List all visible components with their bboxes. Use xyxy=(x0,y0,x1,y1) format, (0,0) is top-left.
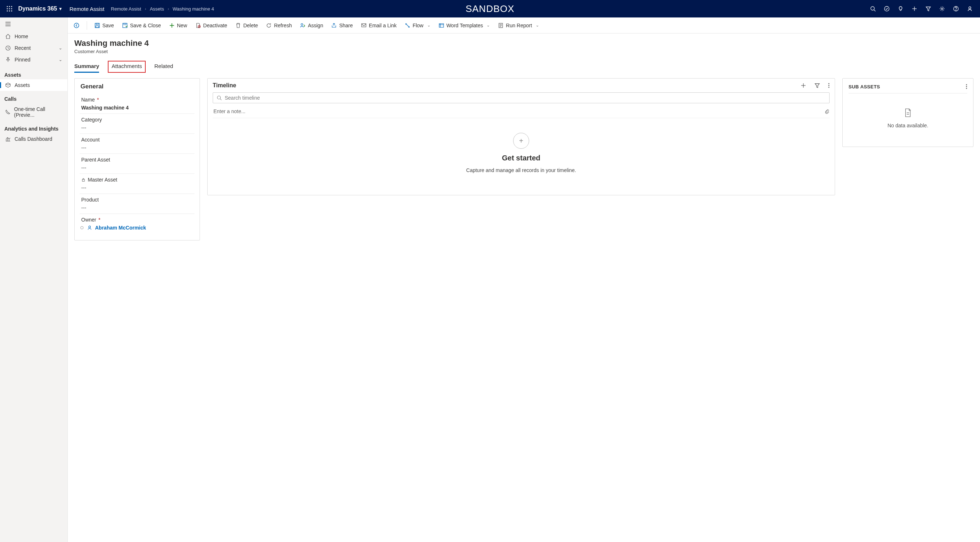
page-subtitle: Customer Asset xyxy=(74,49,974,54)
plus-circle-icon[interactable]: + xyxy=(513,133,529,149)
separator xyxy=(87,21,87,30)
field-value: --- xyxy=(80,163,194,171)
svg-point-50 xyxy=(829,83,830,84)
field-label: Owner xyxy=(81,217,96,223)
command-label: New xyxy=(177,22,187,29)
help-icon[interactable] xyxy=(952,5,959,13)
plus-icon[interactable] xyxy=(911,5,918,13)
filter-icon[interactable] xyxy=(924,5,932,13)
sidebar-group-analytics: Analytics and Insights xyxy=(0,121,67,133)
command-label: Deactivate xyxy=(203,22,227,29)
field-label: Account xyxy=(81,137,100,143)
command-label: Assign xyxy=(308,22,323,29)
word-templates-button[interactable]: Word Templates ⌄ xyxy=(438,21,491,30)
main-region: Save Save & Close New Deactivate Delete … xyxy=(68,17,980,542)
timeline-more-button[interactable] xyxy=(828,82,830,89)
breadcrumb-current[interactable]: Washing machine 4 xyxy=(173,6,214,12)
no-data-label: No data available. xyxy=(888,123,928,128)
svg-point-1 xyxy=(9,6,10,7)
svg-rect-38 xyxy=(439,24,444,27)
svg-point-6 xyxy=(7,11,8,12)
search-icon xyxy=(217,95,222,100)
tab-related[interactable]: Related xyxy=(154,61,173,73)
field-value: --- xyxy=(80,123,194,131)
timeline-empty-subtitle: Capture and manage all records in your t… xyxy=(466,167,576,173)
chevron-down-icon: ▾ xyxy=(59,6,62,11)
sidebar-item-recent[interactable]: Recent ⌄ xyxy=(0,42,67,54)
delete-button[interactable]: Delete xyxy=(234,21,259,30)
required-icon: * xyxy=(98,217,100,223)
svg-rect-28 xyxy=(96,26,99,28)
presence-icon xyxy=(80,225,84,230)
general-title: General xyxy=(75,79,200,94)
flow-button[interactable]: Flow ⌄ xyxy=(404,21,431,30)
task-icon[interactable] xyxy=(883,5,891,13)
back-button[interactable] xyxy=(73,21,80,30)
page-header: Washing machine 4 Customer Asset xyxy=(74,38,974,54)
new-button[interactable]: New xyxy=(168,21,188,30)
save-close-button[interactable]: Save & Close xyxy=(121,21,162,30)
sidebar-item-pinned[interactable]: Pinned ⌄ xyxy=(0,54,67,65)
run-report-button[interactable]: Run Report ⌄ xyxy=(497,21,540,30)
brand[interactable]: Dynamics 365 ▾ xyxy=(18,5,62,12)
search-icon[interactable] xyxy=(869,5,877,13)
sidebar-item-home[interactable]: Home xyxy=(0,30,67,42)
person-icon[interactable] xyxy=(966,5,974,13)
field-owner[interactable]: Owner* Abraham McCormick xyxy=(80,214,194,233)
field-name[interactable]: Name* Washing machine 4 xyxy=(80,94,194,114)
svg-rect-45 xyxy=(82,179,84,181)
command-label: Delete xyxy=(243,22,258,29)
tab-summary[interactable]: Summary xyxy=(74,61,99,73)
sidebar-item-calls-dashboard[interactable]: Calls Dashboard xyxy=(0,133,67,145)
timeline-empty-state: + Get started Capture and manage all rec… xyxy=(208,118,835,195)
timeline-search-input[interactable] xyxy=(225,95,826,101)
share-button[interactable]: Share xyxy=(330,21,353,30)
sidebar-toggle[interactable] xyxy=(0,17,67,29)
field-product[interactable]: Product --- xyxy=(80,194,194,214)
command-label: Save xyxy=(102,22,114,29)
breadcrumb-assets[interactable]: Assets xyxy=(150,6,164,12)
gear-icon[interactable] xyxy=(939,5,946,13)
timeline-note-input[interactable]: Enter a note... xyxy=(213,107,830,118)
command-label: Email a Link xyxy=(369,22,396,29)
svg-line-54 xyxy=(220,99,222,100)
field-account[interactable]: Account --- xyxy=(80,134,194,154)
field-master-asset[interactable]: Master Asset --- xyxy=(80,174,194,194)
chevron-down-icon: ⌄ xyxy=(427,23,430,28)
assign-button[interactable]: Assign xyxy=(299,21,324,30)
app-name[interactable]: Remote Assist xyxy=(70,6,105,12)
field-category[interactable]: Category --- xyxy=(80,114,194,134)
chevron-down-icon: ⌄ xyxy=(59,46,62,51)
timeline-add-button[interactable] xyxy=(800,82,806,89)
timeline-filter-button[interactable] xyxy=(814,82,820,89)
sidebar-item-onetime-call[interactable]: One-time Call (Previe... xyxy=(0,103,67,121)
owner-link[interactable]: Abraham McCormick xyxy=(95,225,146,231)
svg-point-34 xyxy=(301,23,303,25)
email-link-button[interactable]: Email a Link xyxy=(360,21,397,30)
breadcrumb-root[interactable]: Remote Assist xyxy=(111,6,141,12)
sub-assets-card: SUB ASSETS No data available. xyxy=(842,78,974,147)
field-label: Name xyxy=(81,97,95,103)
svg-point-55 xyxy=(966,84,967,86)
refresh-button[interactable]: Refresh xyxy=(265,21,293,30)
sidebar-item-label: Home xyxy=(14,33,28,39)
waffle-launcher[interactable] xyxy=(4,3,15,14)
svg-point-47 xyxy=(89,226,90,228)
bulb-icon[interactable] xyxy=(897,5,904,13)
save-button[interactable]: Save xyxy=(94,21,115,30)
svg-point-3 xyxy=(7,8,8,10)
sidebar-group-assets: Assets xyxy=(0,67,67,79)
field-value: --- xyxy=(80,182,194,191)
field-parent-asset[interactable]: Parent Asset --- xyxy=(80,154,194,174)
command-label: Refresh xyxy=(274,22,292,29)
tab-attachments[interactable]: Attachments xyxy=(108,61,145,73)
paperclip-icon[interactable] xyxy=(824,109,830,114)
timeline-search[interactable] xyxy=(213,92,830,103)
field-label: Product xyxy=(81,197,99,203)
sub-assets-more-button[interactable] xyxy=(966,84,967,89)
deactivate-button[interactable]: Deactivate xyxy=(194,21,228,30)
lock-icon xyxy=(81,177,86,182)
timeline-card: Timeline Enter a note... xyxy=(207,78,835,195)
sidebar-item-assets[interactable]: Assets xyxy=(0,79,67,91)
svg-point-11 xyxy=(885,6,889,11)
